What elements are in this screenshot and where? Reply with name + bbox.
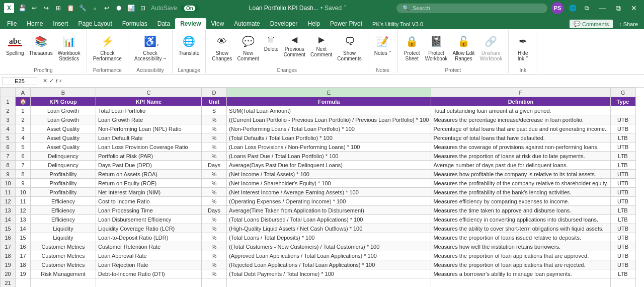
- col-header-c[interactable]: C: [96, 88, 202, 97]
- data-cell[interactable]: [431, 278, 610, 288]
- data-cell[interactable]: (Approved Loan Applications / Total Loan…: [227, 251, 431, 260]
- profile-avatar[interactable]: PS: [551, 2, 564, 14]
- data-cell[interactable]: LTB: [610, 133, 635, 142]
- data-cell[interactable]: %: [202, 260, 227, 269]
- tab-automate[interactable]: Automate: [229, 18, 265, 29]
- header-cell[interactable]: Formula: [227, 97, 431, 106]
- data-cell[interactable]: UTB: [610, 142, 635, 152]
- data-cell[interactable]: [16, 278, 31, 288]
- data-cell[interactable]: LTB: [610, 161, 635, 170]
- delete-comment-button[interactable]: 🗑 Delete: [262, 32, 281, 53]
- data-cell[interactable]: Percentage of total loans that are past …: [431, 124, 610, 133]
- data-cell[interactable]: Profitability: [31, 179, 96, 188]
- data-cell[interactable]: UTB: [610, 188, 635, 197]
- restore-button[interactable]: ⧉: [613, 3, 624, 14]
- translate-button[interactable]: 🌐 Translate: [177, 32, 201, 57]
- data-cell[interactable]: (Total Debt Payments / Total Income) * 1…: [227, 269, 431, 278]
- data-cell[interactable]: Loan Approval Rate: [96, 251, 202, 260]
- data-cell[interactable]: Liquidity: [31, 233, 96, 242]
- data-cell[interactable]: Profitability: [31, 188, 96, 197]
- data-cell[interactable]: Delinquency: [31, 152, 96, 161]
- data-cell[interactable]: (Non-Performing Loans / Total Loan Portf…: [227, 124, 431, 133]
- redo-icon[interactable]: ↪: [41, 3, 51, 13]
- data-cell[interactable]: %: [202, 242, 227, 251]
- col-header-b[interactable]: B: [31, 88, 96, 97]
- check-accessibility-button[interactable]: ♿ ˅ Check Accessibility ~: [132, 32, 168, 62]
- show-comments-button[interactable]: 🗨 Show Comments: [335, 32, 363, 62]
- data-cell[interactable]: UTB: [610, 170, 635, 179]
- data-cell[interactable]: (Operating Expenses / Operating Income) …: [227, 197, 431, 206]
- misc-icon3[interactable]: ⬦: [90, 3, 100, 13]
- data-cell[interactable]: LTB: [610, 269, 635, 278]
- misc-icon1[interactable]: 📋: [65, 3, 75, 13]
- next-comment-button[interactable]: ▶ Next Comment: [308, 32, 334, 58]
- data-cell[interactable]: UTB: [610, 197, 635, 206]
- data-cell[interactable]: (Total Loans / Total Deposits) * 100: [227, 233, 431, 242]
- data-cell[interactable]: 7: [16, 161, 31, 170]
- data-cell[interactable]: 1: [16, 106, 31, 115]
- header-cell[interactable]: KPI Group: [31, 97, 96, 106]
- data-cell[interactable]: 18: [16, 260, 31, 269]
- col-header-g[interactable]: G: [610, 88, 635, 97]
- unshare-workbook-button[interactable]: 🔗 Unshare Workbook: [477, 32, 504, 62]
- data-cell[interactable]: Delinquency: [31, 161, 96, 170]
- tab-pk-utility[interactable]: PK's Utility Tool V3.0: [367, 19, 428, 29]
- spelling-button[interactable]: abc Spelling: [4, 32, 26, 57]
- search-area[interactable]: 🔍 Search: [396, 4, 547, 13]
- data-cell[interactable]: UTB: [610, 179, 635, 188]
- data-cell[interactable]: Loan Processing Time: [96, 206, 202, 215]
- autosave-toggle[interactable]: On: [180, 5, 199, 12]
- data-cell[interactable]: Measures the proportion of loan applicat…: [431, 260, 610, 269]
- data-cell[interactable]: %: [202, 142, 227, 152]
- misc-icon4[interactable]: ↩: [102, 3, 112, 13]
- data-cell[interactable]: 2: [16, 115, 31, 124]
- data-cell[interactable]: Asset Quality: [31, 133, 96, 142]
- data-cell[interactable]: $: [202, 106, 227, 115]
- data-cell[interactable]: UTB: [610, 242, 635, 251]
- col-header-d[interactable]: D: [202, 88, 227, 97]
- data-cell[interactable]: UTB: [610, 124, 635, 133]
- data-cell[interactable]: Return on Equity (ROE): [96, 179, 202, 188]
- data-cell[interactable]: Measures the profitability of the compan…: [431, 179, 610, 188]
- data-cell[interactable]: Net Interest Margin (NIM): [96, 188, 202, 197]
- data-cell[interactable]: 16: [16, 242, 31, 251]
- allow-edit-ranges-button[interactable]: 🔓 Allow Edit Ranges: [450, 32, 476, 62]
- data-cell[interactable]: LTB: [610, 206, 635, 215]
- data-cell[interactable]: (Loan Loss Provisions / Non-Performing L…: [227, 142, 431, 152]
- data-cell[interactable]: Portfolio at Risk (PAR): [96, 152, 202, 161]
- data-cell[interactable]: (Loans Past Due / Total Loan Portfolio) …: [227, 152, 431, 161]
- data-cell[interactable]: LTB: [610, 215, 635, 224]
- data-cell[interactable]: UTB: [610, 260, 635, 269]
- misc-icon6[interactable]: 📊: [126, 3, 136, 13]
- hide-ink-button[interactable]: ✒ Hide Ink ˅: [513, 32, 533, 62]
- data-cell[interactable]: LTB: [610, 152, 635, 161]
- data-cell[interactable]: Measures how well the institution retain…: [431, 242, 610, 251]
- data-cell[interactable]: Loan Growth: [31, 106, 96, 115]
- notes-button[interactable]: 📝 Notes ˅: [372, 32, 393, 57]
- data-cell[interactable]: Liquidity: [31, 224, 96, 233]
- misc-icon2[interactable]: 🔧: [77, 3, 88, 13]
- data-cell[interactable]: Loan Disbursement Efficiency: [96, 215, 202, 224]
- data-cell[interactable]: UTB: [610, 251, 635, 260]
- data-cell[interactable]: Profitability: [31, 170, 96, 179]
- data-cell[interactable]: 6: [16, 152, 31, 161]
- data-cell[interactable]: Debt-to-Income Ratio (DTI): [96, 269, 202, 278]
- undo-icon[interactable]: ↩: [29, 3, 39, 13]
- thesaurus-button[interactable]: 📚 Thesaurus: [27, 32, 55, 57]
- tab-formulas[interactable]: Formulas: [117, 18, 152, 29]
- minimize-button[interactable]: —: [596, 3, 609, 13]
- formula-input[interactable]: [64, 78, 642, 84]
- data-cell[interactable]: 9: [16, 179, 31, 188]
- workbook-statistics-button[interactable]: 📊 Workbook Statistics: [56, 32, 83, 62]
- tab-data[interactable]: Data: [152, 18, 175, 29]
- data-cell[interactable]: [96, 278, 202, 288]
- data-cell[interactable]: Days: [202, 206, 227, 215]
- check-performance-button[interactable]: ⚡ Check Performance: [91, 32, 124, 62]
- data-cell[interactable]: (Net Income / Shareholder's Equity) * 10…: [227, 179, 431, 188]
- tab-help[interactable]: Help: [302, 18, 325, 29]
- data-cell[interactable]: Measures the proportion of loans at risk…: [431, 152, 610, 161]
- data-cell[interactable]: SUM(Total Loan Amount): [227, 106, 431, 115]
- close-button[interactable]: ✕: [628, 3, 640, 13]
- globe-icon[interactable]: 🌐: [568, 3, 578, 13]
- data-cell[interactable]: (Total Defaults / Total Loan Portfolio) …: [227, 133, 431, 142]
